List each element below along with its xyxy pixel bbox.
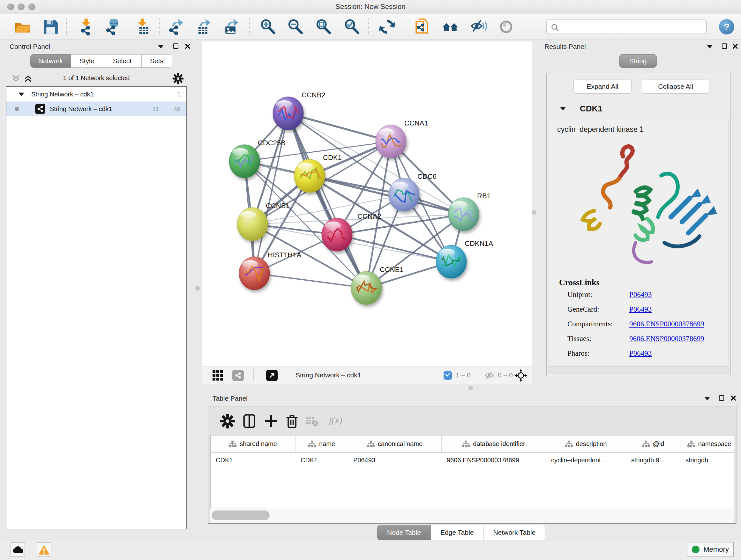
gene-name: CDK1 (580, 104, 603, 114)
zoom-fit-button[interactable] (315, 18, 333, 36)
network-node-ccnb2[interactable]: CCNB2 (273, 91, 326, 130)
expand-all-button[interactable]: Expand All (574, 79, 631, 94)
crosslink-row: Tissues:9606.ENSP00000378699 (549, 331, 728, 346)
table-cell: CDK1 (295, 453, 348, 468)
float-panel-icon[interactable] (704, 397, 710, 400)
results-scrollbar[interactable] (549, 366, 729, 374)
left-splitter-handle[interactable] (195, 286, 200, 291)
search-icon (551, 23, 559, 32)
export-table-button[interactable] (194, 18, 212, 36)
crosslink-link[interactable]: 9606.ENSP00000378699 (629, 334, 704, 343)
zoom-selected-button[interactable] (343, 18, 361, 36)
tab-network-table[interactable]: Network Table (484, 525, 546, 540)
column-type-icon (687, 440, 695, 447)
open-session-button[interactable] (13, 18, 31, 36)
clone-network-icon (413, 18, 431, 36)
network-view[interactable]: CCNB2 CCNA1 CDC25B CDK1 CDC6 RB1 CCNB1 C… (202, 42, 532, 367)
maximize-panel-icon[interactable] (722, 44, 727, 49)
column-header-database-identifier[interactable]: database identifier (442, 435, 546, 452)
export-network-button[interactable] (167, 18, 185, 36)
selected-checkbox[interactable] (444, 371, 452, 380)
show-all-button[interactable] (497, 18, 515, 36)
tab-network[interactable]: Network (30, 54, 71, 68)
cloud-status-button[interactable] (10, 543, 25, 557)
column-header-description[interactable]: description (546, 435, 626, 452)
delete-column-icon[interactable] (284, 414, 300, 429)
warnings-button[interactable] (37, 543, 51, 557)
network-node-cdk1[interactable]: CDK1 (294, 153, 342, 192)
collapse-all-button[interactable]: Collapse All (642, 79, 710, 94)
crosslink-link[interactable]: P06493 (629, 291, 652, 299)
home-button[interactable] (441, 18, 459, 36)
grid-view-icon[interactable] (212, 370, 223, 381)
gear-icon[interactable] (172, 73, 184, 84)
zoom-out-button[interactable] (286, 18, 305, 36)
network-edge[interactable] (254, 113, 288, 273)
maximize-panel-icon[interactable] (719, 395, 724, 401)
network-collection-row[interactable]: String Network – cdk1 1 (6, 87, 186, 102)
help-button[interactable]: ? (719, 19, 734, 35)
tab-style[interactable]: Style (71, 54, 103, 68)
network-edge[interactable] (288, 113, 391, 141)
network-edge[interactable] (254, 273, 366, 288)
column-header--id[interactable]: @id (626, 435, 680, 452)
toggle-columns-icon[interactable] (242, 414, 257, 429)
refresh-icon (378, 18, 396, 36)
string-network-graph[interactable]: CCNB2 CCNA1 CDC25B CDK1 CDC6 RB1 CCNB1 C… (202, 42, 532, 367)
tab-string[interactable]: String (619, 54, 657, 68)
save-session-button[interactable] (42, 18, 59, 36)
node-label: RB1 (477, 192, 491, 200)
zoom-in-button[interactable] (259, 18, 277, 36)
crosslink-link[interactable]: 9606.ENSP00000378699 (629, 320, 704, 328)
entry-expander-icon[interactable] (560, 107, 566, 111)
crosslink-link[interactable]: P06493 (629, 305, 652, 314)
cdk1-entry-header[interactable]: CDK1 (547, 99, 731, 119)
node-table[interactable]: shared namenamecanonical namedatabase id… (210, 435, 734, 508)
clone-network-button[interactable] (413, 18, 431, 36)
float-panel-icon[interactable] (158, 45, 163, 49)
network-node-cdkn1a[interactable]: CDKN1A (436, 240, 493, 278)
import-network-button[interactable] (77, 18, 95, 36)
import-network-database-button[interactable] (104, 18, 122, 36)
tab-node-table[interactable]: Node Table (377, 525, 431, 540)
table-hscrollbar-thumb[interactable] (212, 510, 270, 520)
table-hscrollbar[interactable] (210, 508, 734, 523)
export-image-button[interactable] (222, 18, 240, 36)
control-panel-title: Control Panel (10, 43, 50, 51)
close-panel-icon[interactable] (185, 44, 191, 49)
column-header-canonical-name[interactable]: canonical name (348, 435, 442, 452)
node-label: CCNB1 (266, 202, 290, 210)
tab-select[interactable]: Select (103, 54, 142, 68)
collection-expander-icon[interactable] (18, 92, 24, 96)
search-input[interactable] (562, 21, 705, 33)
close-panel-icon[interactable] (731, 395, 736, 401)
network-node-ccna1[interactable]: CCNA1 (376, 119, 428, 158)
network-edge[interactable] (288, 113, 366, 288)
table-row[interactable]: CDK1CDK1P064939606.ENSP00000378699cyclin… (211, 453, 734, 468)
tab-sets[interactable]: Sets (142, 54, 172, 68)
crosslink-link[interactable]: P06493 (629, 349, 652, 358)
close-panel-icon[interactable] (732, 44, 738, 49)
column-header-shared-name[interactable]: shared name (211, 435, 295, 452)
string-view-icon[interactable] (232, 370, 244, 381)
hide-selected-button[interactable] (469, 18, 487, 36)
float-panel-icon[interactable] (707, 45, 712, 49)
network-node-hist1h1a[interactable]: HIST1H1A (239, 251, 301, 290)
detach-view-icon[interactable] (266, 370, 278, 381)
right-splitter-handle[interactable] (532, 210, 536, 214)
add-column-icon[interactable] (263, 414, 279, 429)
bottom-splitter-handle[interactable] (468, 386, 473, 390)
column-header-namespace[interactable]: namespace (680, 435, 734, 452)
navigator-icon[interactable] (515, 369, 527, 382)
column-header-name[interactable]: name (295, 435, 348, 452)
memory-button[interactable]: Memory (687, 542, 734, 557)
import-table-button[interactable] (134, 18, 151, 36)
tab-edge-table[interactable]: Edge Table (431, 525, 484, 540)
search-field[interactable] (546, 19, 707, 34)
network-node-ccnb1[interactable]: CCNB1 (237, 202, 290, 241)
maximize-panel-icon[interactable] (173, 44, 179, 49)
network-node-rb1[interactable]: RB1 (448, 192, 491, 231)
table-settings-gear-icon[interactable] (220, 414, 235, 429)
refresh-button[interactable] (378, 18, 396, 36)
network-row[interactable]: String Network – cdk1 11 48 (6, 102, 186, 116)
